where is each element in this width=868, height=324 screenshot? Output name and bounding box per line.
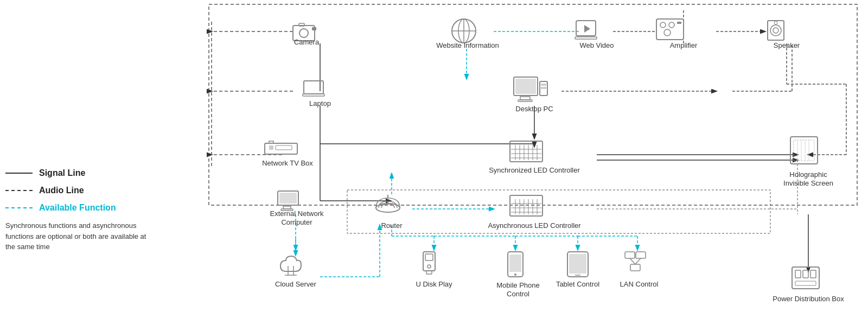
- speaker-label: Speaker: [774, 41, 800, 49]
- svg-rect-72: [520, 97, 530, 100]
- svg-rect-114: [425, 254, 433, 261]
- website-info-label: Website Information: [436, 41, 499, 49]
- tablet-icon: [567, 252, 588, 277]
- mobile-phone-label: Mobile Phone: [496, 281, 540, 289]
- async-led-icon: [510, 195, 542, 216]
- external-network-computer-icon: [278, 191, 298, 211]
- svg-point-69: [773, 28, 778, 33]
- audio-line-indicator: [5, 190, 33, 191]
- svg-point-119: [514, 274, 516, 276]
- svg-rect-130: [795, 270, 801, 278]
- svg-rect-48: [312, 27, 316, 30]
- available-function-label: Available Function: [39, 203, 116, 213]
- laptop-icon: [303, 81, 324, 96]
- svg-rect-124: [625, 252, 635, 258]
- speaker-icon: [768, 21, 784, 40]
- lan-icon: [625, 252, 646, 271]
- svg-point-70: [774, 21, 777, 24]
- router-label: Router: [381, 221, 403, 230]
- holographic-label: Holographic: [789, 170, 827, 179]
- svg-point-64: [669, 22, 674, 28]
- laptop-label: Laptop: [309, 99, 331, 107]
- svg-rect-52: [269, 141, 273, 143]
- ext-network-label2: Computer: [281, 218, 312, 226]
- power-dist-icon: [792, 267, 819, 289]
- svg-rect-53: [269, 145, 273, 150]
- legend-description: Synchronous functions and asynchronous f…: [5, 220, 146, 252]
- camera-label: Camera: [294, 38, 320, 46]
- signal-line-indicator: [5, 173, 33, 174]
- website-info-icon: [452, 19, 476, 43]
- router-icon: [376, 195, 400, 212]
- svg-rect-77: [541, 87, 546, 89]
- svg-rect-100: [510, 195, 542, 216]
- web-video-icon: [575, 21, 597, 39]
- svg-rect-131: [803, 270, 808, 278]
- svg-rect-74: [515, 79, 536, 94]
- svg-rect-97: [279, 193, 297, 204]
- svg-rect-132: [810, 270, 816, 278]
- svg-rect-66: [677, 22, 681, 24]
- svg-point-46: [299, 29, 308, 37]
- desktop-pc-icon: [514, 77, 547, 101]
- svg-rect-125: [636, 252, 646, 258]
- svg-marker-60: [584, 25, 590, 33]
- tablet-label: Tablet Control: [556, 280, 599, 288]
- svg-rect-133: [795, 281, 816, 285]
- audio-line-legend: Audio Line: [5, 186, 146, 195]
- svg-rect-50: [303, 94, 324, 96]
- svg-point-68: [770, 25, 781, 36]
- network-tv-box-label: Network TV Box: [262, 159, 313, 167]
- svg-rect-126: [630, 264, 640, 271]
- svg-rect-121: [569, 254, 586, 274]
- svg-line-128: [635, 258, 641, 264]
- svg-rect-47: [299, 23, 304, 26]
- legend: Signal Line Audio Line Available Functio…: [5, 168, 146, 252]
- lan-label: LAN Control: [620, 280, 659, 288]
- svg-rect-89: [794, 140, 814, 161]
- signal-line-label: Signal Line: [39, 168, 85, 178]
- svg-point-65: [664, 29, 671, 36]
- svg-point-63: [660, 22, 666, 28]
- svg-rect-73: [518, 100, 532, 101]
- diagram-container: Camera Laptop Network TV Box Website Inf…: [0, 0, 868, 324]
- cloud-server-icon: [280, 256, 301, 275]
- sync-led-label: Synchronized LED Controller: [489, 166, 580, 174]
- svg-rect-54: [276, 145, 292, 150]
- holographic-label2: Invisible Screen: [783, 179, 833, 187]
- available-function-indicator: [5, 207, 33, 208]
- available-function-legend: Available Function: [5, 203, 146, 213]
- web-video-label: Web Video: [579, 41, 614, 49]
- svg-rect-118: [509, 255, 521, 272]
- signal-line-legend: Signal Line: [5, 168, 146, 178]
- u-disk-icon: [423, 252, 435, 274]
- svg-rect-61: [575, 37, 597, 39]
- power-dist-label: Power Distribution Box: [773, 295, 844, 303]
- amplifier-label: Amplifier: [670, 41, 698, 49]
- u-disk-label: U Disk Play: [416, 280, 452, 288]
- ext-network-label: External Network: [270, 209, 324, 218]
- async-led-label: Asynchronous LED Controller: [488, 221, 581, 230]
- audio-line-label: Audio Line: [39, 186, 84, 195]
- cloud-server-label: Cloud Server: [275, 280, 317, 288]
- desktop-pc-label: Desktop PC: [515, 105, 553, 113]
- svg-rect-76: [541, 84, 546, 86]
- network-tv-box-icon: [265, 141, 297, 154]
- mobile-phone-label2: Control: [507, 290, 529, 298]
- svg-point-115: [427, 265, 431, 268]
- mobile-phone-icon: [508, 252, 523, 277]
- amplifier-icon: [656, 19, 684, 40]
- svg-line-127: [630, 258, 635, 264]
